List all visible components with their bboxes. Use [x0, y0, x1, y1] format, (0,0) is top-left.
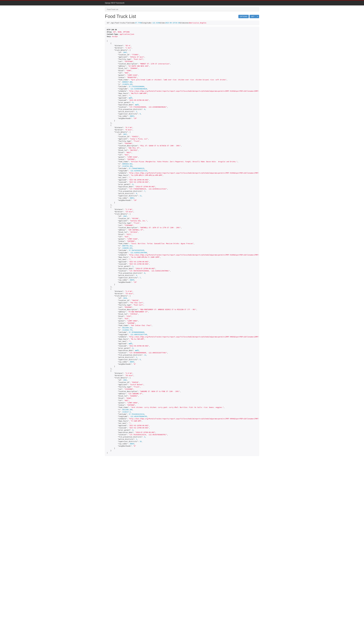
response-body: HTTP 200 OK Allow: GET, HEAD, OPTIONS Co… [105, 27, 259, 456]
request-info: GET /api/food-trucks/?latitude=37.7749&l… [105, 20, 259, 25]
action-buttons: OPTIONS GET [238, 15, 259, 18]
request-method: GET [107, 22, 110, 24]
page-title: Food Truck List [105, 14, 136, 19]
breadcrumb-current: Food Truck List [107, 8, 118, 10]
caret-down-icon [257, 16, 258, 17]
get-button[interactable]: GET [250, 15, 256, 18]
navbar: Django REST framework [0, 0, 364, 6]
get-dropdown-toggle[interactable] [256, 15, 259, 18]
request-path: /api/food-trucks/?latitude=37.7749&longi… [110, 22, 206, 24]
options-button[interactable]: OPTIONS [238, 15, 249, 18]
navbar-brand-link[interactable]: Django REST framework [105, 2, 124, 4]
breadcrumb: Food Truck List [105, 7, 259, 12]
